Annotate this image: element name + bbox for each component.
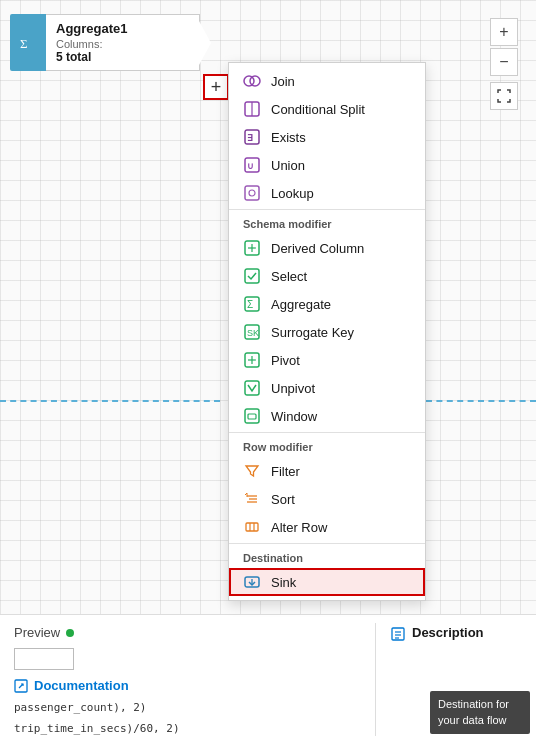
external-link-icon [14, 679, 28, 693]
surrogate-key-label: Surrogate Key [271, 325, 354, 340]
preview-label: Preview [14, 625, 60, 640]
menu-item-aggregate[interactable]: Σ Aggregate [229, 290, 425, 318]
svg-rect-9 [245, 186, 259, 200]
filter-icon [243, 462, 261, 480]
menu-item-surrogate-key[interactable]: SK Surrogate Key [229, 318, 425, 346]
menu-item-select[interactable]: Select [229, 262, 425, 290]
select-label: Select [271, 269, 307, 284]
menu-item-sort[interactable]: Sort [229, 485, 425, 513]
menu-item-exists[interactable]: ∃ Exists [229, 123, 425, 151]
unpivot-label: Unpivot [271, 381, 315, 396]
window-icon [243, 407, 261, 425]
preview-input[interactable] [14, 648, 74, 670]
add-transformation-button[interactable]: + [203, 74, 229, 100]
sort-icon [243, 490, 261, 508]
svg-point-10 [249, 190, 255, 196]
description-icon [390, 626, 406, 646]
aggregate-node: Σ Aggregate1 Columns: 5 total [10, 14, 200, 71]
menu-item-lookup[interactable]: Lookup [229, 179, 425, 207]
join-icon [243, 72, 261, 90]
svg-text:Σ: Σ [20, 36, 28, 51]
svg-text:Σ: Σ [247, 299, 253, 310]
derived-column-icon [243, 239, 261, 257]
alter-row-icon [243, 518, 261, 536]
code-line-1: passenger_count), 2) [14, 701, 361, 714]
conditional-split-icon [243, 100, 261, 118]
conditional-split-label: Conditional Split [271, 102, 365, 117]
menu-item-union[interactable]: ∪ Union [229, 151, 425, 179]
zoom-in-button[interactable]: + [490, 18, 518, 46]
svg-rect-28 [246, 523, 258, 531]
documentation-link[interactable]: Documentation [14, 678, 361, 693]
sink-tooltip: Destination for your data flow [430, 691, 530, 734]
menu-item-join[interactable]: Join [229, 67, 425, 95]
svg-rect-14 [245, 269, 259, 283]
menu-item-window[interactable]: Window [229, 402, 425, 430]
menu-item-conditional-split[interactable]: Conditional Split [229, 95, 425, 123]
bottom-panel-left: Preview Documentation passenger_count), … [0, 615, 375, 744]
union-label: Union [271, 158, 305, 173]
menu-item-pivot[interactable]: Pivot [229, 346, 425, 374]
schema-modifier-section-header: Schema modifier [229, 209, 425, 234]
lookup-icon [243, 184, 261, 202]
pivot-icon [243, 351, 261, 369]
destination-section-header: Destination [229, 543, 425, 568]
sink-label: Sink [271, 575, 296, 590]
zoom-controls: + − [490, 18, 518, 110]
svg-rect-22 [245, 381, 259, 395]
sort-label: Sort [271, 492, 295, 507]
row-modifier-section-header: Row modifier [229, 432, 425, 457]
aggregate-node-count: 5 total [56, 50, 189, 64]
svg-rect-23 [245, 409, 259, 423]
pivot-label: Pivot [271, 353, 300, 368]
aggregate-icon: Σ [243, 295, 261, 313]
alter-row-label: Alter Row [271, 520, 327, 535]
description-label: Description [412, 625, 484, 640]
aggregate-label: Aggregate [271, 297, 331, 312]
svg-text:SK: SK [247, 328, 259, 338]
exists-label: Exists [271, 130, 306, 145]
code-line-2: trip_time_in_secs)/60, 2) [14, 722, 361, 735]
fit-to-screen-button[interactable] [490, 82, 518, 110]
menu-item-unpivot[interactable]: Unpivot [229, 374, 425, 402]
sink-icon [243, 573, 261, 591]
transformation-dropdown-menu: Join Conditional Split ∃ Exists ∪ Uni [228, 62, 426, 601]
aggregate-node-title: Aggregate1 [56, 21, 189, 36]
svg-text:∃: ∃ [247, 133, 253, 143]
dashed-line-right [426, 400, 536, 402]
filter-label: Filter [271, 464, 300, 479]
status-dot [66, 629, 74, 637]
select-icon [243, 267, 261, 285]
menu-item-derived-column[interactable]: Derived Column [229, 234, 425, 262]
aggregate-node-subtitle: Columns: [56, 38, 189, 50]
aggregate-node-body[interactable]: Aggregate1 Columns: 5 total [46, 14, 200, 71]
svg-text:∪: ∪ [247, 161, 254, 171]
window-label: Window [271, 409, 317, 424]
union-icon: ∪ [243, 156, 261, 174]
menu-item-alter-row[interactable]: Alter Row [229, 513, 425, 541]
surrogate-key-icon: SK [243, 323, 261, 341]
preview-row: Preview [14, 625, 361, 640]
aggregate-node-icon: Σ [10, 14, 46, 71]
join-label: Join [271, 74, 295, 89]
menu-item-filter[interactable]: Filter [229, 457, 425, 485]
svg-rect-24 [248, 414, 256, 419]
lookup-label: Lookup [271, 186, 314, 201]
svg-point-2 [250, 76, 260, 86]
derived-column-label: Derived Column [271, 241, 364, 256]
menu-item-sink[interactable]: Sink [229, 568, 425, 596]
exists-icon: ∃ [243, 128, 261, 146]
unpivot-icon [243, 379, 261, 397]
dashed-line-left [0, 400, 220, 402]
zoom-out-button[interactable]: − [490, 48, 518, 76]
